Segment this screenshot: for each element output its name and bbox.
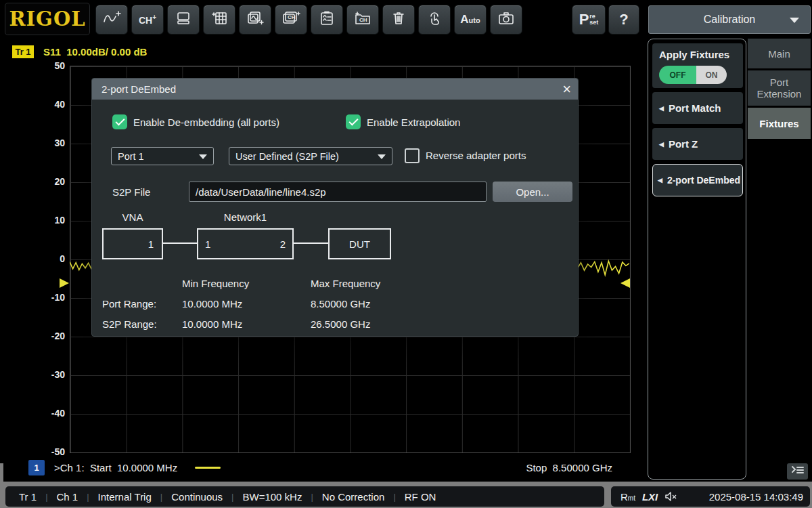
y-axis-tick: -20 — [32, 330, 65, 342]
s2p-file-input[interactable]: /data/UserData/line/line4.s2p — [189, 182, 487, 202]
tab-main[interactable]: Main — [748, 39, 811, 68]
enable-deembedding-checkbox[interactable] — [112, 114, 127, 129]
port-range-min: 10.0000 MHz — [182, 298, 242, 310]
vna-screen: RIGOL CH+ CH — [0, 0, 812, 508]
svg-text:CH: CH — [288, 14, 296, 20]
status-item: Ch 1 — [57, 491, 78, 503]
y-axis-tick: 20 — [32, 175, 65, 188]
add-trace-window-button[interactable] — [239, 5, 271, 35]
menu-title-dropdown[interactable]: Calibration — [648, 5, 811, 34]
help-button[interactable]: ? — [608, 5, 639, 35]
softkey-label: 2-port DeEmbed — [667, 175, 740, 186]
toggle-on-segment[interactable]: ON — [696, 66, 727, 84]
touch-icon — [426, 10, 443, 29]
chevron-left-icon: ◀ — [658, 177, 662, 184]
auto-scale-button[interactable]: Auto — [454, 5, 487, 35]
network-port1-number: 1 — [205, 238, 210, 250]
status-bar-right: Rmt LXI 2025-08-15 14:03:49 — [611, 486, 810, 507]
port-select[interactable]: Port 1 — [111, 147, 214, 165]
s2p-range-label: S2P Range: — [102, 318, 157, 330]
s2p-file-label: S2P File — [112, 186, 150, 198]
window-layout-icon — [175, 10, 192, 29]
console-expand-button[interactable] — [787, 463, 808, 480]
status-item: No Correction — [322, 491, 385, 503]
tab-fixtures[interactable]: Fixtures — [748, 108, 811, 139]
apply-fixtures-block: Apply Fixtures OFF ON — [652, 43, 743, 88]
window-layout-button[interactable] — [167, 5, 200, 35]
softkey-2port-deembed[interactable]: ◀ 2-port DeEmbed — [652, 164, 743, 196]
dialog-title: 2-port DeEmbed — [102, 83, 176, 95]
auto-icon: Auto — [460, 13, 480, 26]
max-frequency-header: Max Frequency — [311, 278, 380, 289]
window-channel-plus-icon: CH — [281, 10, 300, 29]
add-channel-button[interactable]: CH+ — [131, 5, 164, 35]
trace-segment — [70, 262, 91, 270]
status-separator: | — [231, 492, 233, 502]
trace-params[interactable]: S11 10.00dB/ 0.00 dB — [43, 46, 147, 58]
softkey-port-match[interactable]: ◀ Port Match — [652, 92, 743, 124]
deembed-dialog: 2-port DeEmbed × Enable De-embedding (al… — [91, 78, 579, 337]
delete-button[interactable] — [382, 5, 415, 35]
lxi-indicator: LXI — [642, 491, 658, 503]
remote-indicator: Rmt — [621, 491, 635, 503]
status-separator: | — [393, 492, 395, 502]
dut-diagram-box: DUT — [328, 228, 391, 259]
open-button[interactable]: Open... — [493, 182, 572, 202]
dut-label: DUT — [349, 238, 370, 250]
vna-port-number: 1 — [148, 238, 154, 250]
channel-start-readout[interactable]: >Ch 1: Start 10.0000 MHz — [54, 462, 177, 473]
status-bar: Tr 1|Ch 1|Internal Trig|Continuous|BW=10… — [5, 486, 604, 507]
channel-badge[interactable]: 1 — [28, 460, 45, 475]
folder-channel-icon: CH — [353, 10, 372, 29]
status-separator: | — [311, 492, 313, 502]
screenshot-button[interactable] — [490, 5, 522, 35]
channel-settings-button[interactable]: CH — [346, 5, 379, 35]
chevron-down-icon — [790, 18, 799, 23]
status-item: BW=100 kHz — [242, 491, 302, 503]
dialog-titlebar[interactable]: 2-port DeEmbed × — [92, 79, 578, 100]
y-axis-tick: 10 — [32, 214, 65, 226]
deembed-type-select[interactable]: User Defined (S2P File) — [229, 147, 392, 165]
datetime-readout: 2025-08-15 14:03:49 — [709, 491, 803, 503]
tab-label: Main — [768, 48, 790, 60]
channel-stop-readout[interactable]: Stop 8.50000 GHz — [526, 462, 612, 473]
trash-icon — [390, 10, 407, 29]
trace-color-key — [195, 467, 221, 469]
speaker-muted-icon[interactable] — [664, 491, 677, 502]
softkey-label: Port Z — [669, 138, 698, 150]
tab-port-extension[interactable]: Port Extension — [748, 70, 811, 106]
apply-fixtures-label: Apply Fixtures — [659, 49, 729, 60]
preset-button[interactable]: P re set — [572, 5, 606, 35]
add-channel-window-button[interactable]: CH — [275, 5, 307, 35]
add-trace-button[interactable] — [95, 5, 128, 35]
s2p-file-path: /data/UserData/line/line4.s2p — [196, 186, 326, 198]
channel-table-button[interactable] — [203, 5, 235, 35]
status-item: Continuous — [171, 491, 223, 503]
close-icon[interactable]: × — [562, 79, 571, 100]
diagram-connector — [294, 242, 328, 244]
network-diagram-box: 1 2 — [197, 228, 294, 259]
status-items: Tr 1|Ch 1|Internal Trig|Continuous|BW=10… — [19, 491, 436, 503]
port-range-max: 8.50000 GHz — [311, 298, 370, 310]
y-axis-tick: -10 — [32, 291, 65, 303]
toggle-off-segment[interactable]: OFF — [659, 66, 696, 84]
trace-settings-button[interactable] — [311, 5, 343, 35]
apply-fixtures-toggle[interactable]: OFF ON — [659, 66, 727, 84]
status-separator: | — [87, 492, 89, 502]
y-axis-tick: 40 — [32, 98, 65, 110]
enable-deembedding-label: Enable De-embedding (all ports) — [133, 117, 279, 128]
softkey-port-z[interactable]: ◀ Port Z — [652, 128, 743, 160]
enable-extrapolation-checkbox[interactable] — [346, 114, 361, 129]
status-item: RF ON — [405, 491, 436, 503]
waveform-plus-icon — [102, 10, 121, 29]
touch-button[interactable] — [418, 5, 451, 35]
y-axis-tick: -30 — [32, 368, 65, 381]
trace-badge[interactable]: Tr 1 — [12, 45, 34, 58]
reverse-adapter-checkbox[interactable] — [405, 148, 420, 163]
diagram-connector — [163, 242, 197, 244]
tab-label: Port Extension — [756, 77, 803, 100]
reference-marker-left-icon[interactable] — [60, 278, 69, 288]
port-range-label: Port Range: — [102, 298, 156, 310]
tab-label: Fixtures — [759, 118, 798, 129]
deembed-type-value: User Defined (S2P File) — [235, 151, 339, 162]
